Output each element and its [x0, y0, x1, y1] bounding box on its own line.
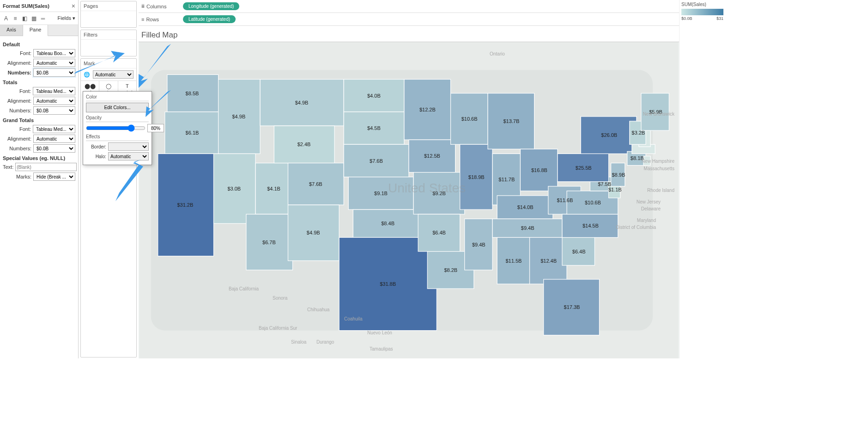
rows-shelf[interactable]: ≡Rows Latitude (generated) — [139, 13, 679, 26]
shading-icon[interactable]: ◧ — [21, 15, 28, 22]
totals-heading: Totals — [3, 80, 75, 85]
bg-tamaulipas: Tamaulipas — [370, 346, 393, 351]
state-label: $14.5B — [583, 223, 599, 228]
bg-bajaca: Baja California — [229, 286, 259, 291]
totals-align-select[interactable]: Automatic — [33, 97, 75, 105]
rows-icon: ≡ — [141, 17, 144, 22]
default-heading: Default — [3, 42, 75, 47]
viz-area[interactable]: $8.5B$6.1B$31.2B$4.9B$4.9B$3.0B$4.1B$6.7… — [139, 42, 679, 358]
borders-icon[interactable]: ▦ — [30, 15, 37, 22]
filters-title: Filters — [81, 30, 136, 40]
columns-pill[interactable]: Longitude (generated) — [183, 2, 239, 10]
state-label: $3.0B — [227, 186, 241, 191]
state-label: $7.6B — [309, 181, 322, 187]
bg-sinaloa: Sinaloa — [291, 339, 306, 345]
bg-doc: District of Columbia — [616, 225, 656, 230]
map-icon: 🌐 — [84, 72, 90, 78]
state-label: $13.7B — [503, 118, 519, 124]
legend-gradient[interactable] — [681, 9, 723, 15]
state-label: $4.9B — [295, 100, 309, 105]
bg-maryland: Maryland — [637, 218, 656, 223]
state-label: $4.0B — [367, 93, 381, 99]
columns-icon: ⅲ — [141, 3, 145, 9]
lines-icon[interactable]: ═ — [40, 15, 46, 22]
halo-label: Halo: — [86, 154, 106, 159]
state-label: $3.2B — [631, 130, 645, 136]
state-label: $10.6B — [461, 116, 478, 122]
state-label: $4.9B — [232, 114, 245, 119]
alignment-icon[interactable]: ≡ — [12, 15, 18, 22]
state-label: $8.5B — [186, 91, 199, 96]
gt-align-select[interactable]: Automatic — [33, 135, 75, 143]
mark-type-select[interactable]: Automatic — [93, 70, 134, 79]
state-label: $9.1B — [374, 191, 388, 196]
bg-delaware: Delaware — [641, 206, 661, 211]
state-label: $11.5B — [506, 258, 522, 264]
close-icon[interactable]: × — [72, 2, 75, 10]
columns-label: ⅲColumns — [141, 3, 178, 9]
state-label: $12.4B — [540, 258, 557, 264]
legend-title: SUM(Sales) — [681, 2, 723, 7]
color-popup: Color Edit Colors... Opacity Effects Bor… — [83, 91, 152, 165]
font-icon[interactable]: A — [3, 15, 9, 22]
default-font-select[interactable]: Tableau Boo... — [33, 49, 75, 57]
state-label: $11.7B — [498, 177, 515, 182]
bg-newjersey: New Jersey — [637, 199, 661, 204]
border-label: Border: — [86, 144, 106, 149]
state-label: $16.8B — [531, 167, 547, 173]
pages-card[interactable]: Pages — [80, 1, 137, 28]
edit-colors-button[interactable]: Edit Colors... — [86, 103, 149, 112]
default-align-select[interactable]: Automatic — [33, 59, 75, 67]
viz-title[interactable]: Filled Map — [139, 26, 679, 42]
format-title: Format SUM(Sales) — [3, 3, 49, 9]
format-panel: Format SUM(Sales) × A ≡ ◧ ▦ ═ Fields ▾ A… — [0, 0, 79, 358]
default-numbers-label: Numbers: — [3, 70, 31, 75]
totals-numbers-select[interactable]: $0.0B — [33, 106, 75, 115]
halo-select[interactable]: Automatic — [108, 152, 149, 160]
gt-numbers-select[interactable]: $0.0B — [33, 144, 75, 153]
bg-sonora: Sonora — [273, 296, 287, 301]
bg-newhampshire: New Hampshire — [642, 159, 674, 164]
fields-dropdown[interactable]: Fields ▾ — [58, 15, 75, 21]
color-icon: ⬤⬤ — [86, 83, 94, 89]
gt-font-label: Font: — [3, 126, 31, 132]
opacity-slider[interactable] — [86, 124, 146, 132]
special-text-input[interactable] — [15, 163, 77, 171]
filters-card[interactable]: Filters — [80, 30, 137, 56]
default-numbers-select[interactable]: $0.0B — [33, 68, 75, 77]
totals-font-select[interactable]: Tableau Med... — [33, 87, 75, 95]
marks-title: Mark — [81, 59, 136, 68]
border-select[interactable] — [108, 142, 149, 151]
gt-align-label: Alignment: — [3, 136, 31, 142]
tab-axis[interactable]: Axis — [0, 25, 23, 36]
state-label: $4.9B — [307, 230, 320, 235]
tab-pane[interactable]: Pane — [23, 25, 49, 36]
bg-ontario: Ontario — [490, 51, 505, 56]
state-label: $9.4B — [521, 225, 534, 231]
state-label: $2.4B — [297, 142, 311, 147]
bg-massachusetts: Massachusetts — [643, 166, 674, 171]
special-marks-select[interactable]: Hide (Break ... — [33, 172, 75, 181]
bg-bajasur: Baja California Sur — [259, 326, 297, 331]
default-font-label: Font: — [3, 50, 31, 56]
state-label: $17.3B — [564, 304, 580, 310]
state-label: $7.5B — [598, 181, 611, 187]
state-label: $14.0B — [517, 204, 534, 210]
state-label: $8.9B — [612, 172, 625, 178]
rows-pill[interactable]: Latitude (generated) — [183, 15, 236, 23]
state-label: $12.5B — [424, 153, 440, 159]
rows-label: ≡Rows — [141, 17, 178, 22]
gt-font-select[interactable]: Tableau Med... — [33, 125, 75, 133]
gt-numbers-label: Numbers: — [3, 146, 31, 151]
totals-font-label: Font: — [3, 88, 31, 94]
bg-durango: Durango — [316, 339, 334, 345]
bg-rhodeisland: Rhode Island — [647, 188, 674, 193]
cp-effects-label: Effects — [86, 134, 149, 139]
bg-coahuila: Coahuila — [344, 316, 362, 321]
totals-numbers-label: Numbers: — [3, 108, 31, 113]
special-heading: Special Values (eg. NULL) — [3, 155, 75, 161]
size-icon: ◯ — [104, 83, 113, 89]
opacity-input[interactable] — [147, 124, 164, 132]
columns-shelf[interactable]: ⅲColumns Longitude (generated) — [139, 0, 679, 13]
default-align-label: Alignment: — [3, 60, 31, 66]
